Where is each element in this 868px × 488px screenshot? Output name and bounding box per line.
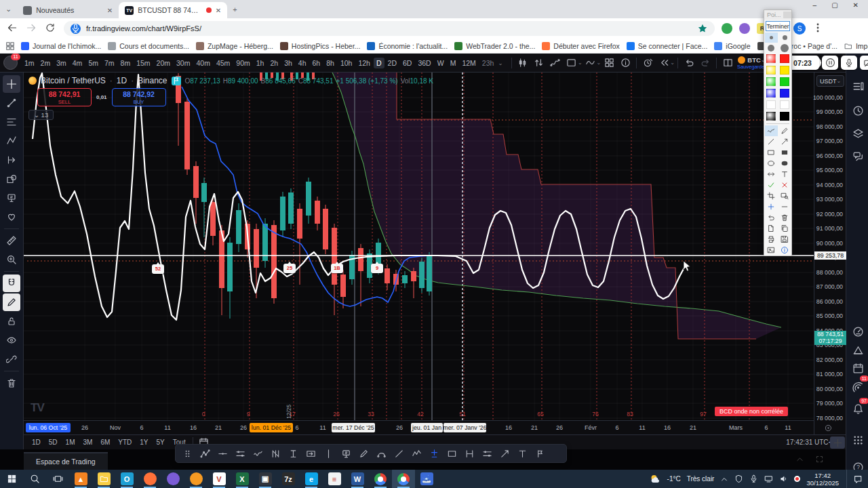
sell-button[interactable]: 88 742,91SELL — [37, 88, 92, 106]
bookmark-item[interactable]: Économie : l'actualit... — [363, 41, 451, 52]
pen-size-option[interactable] — [765, 33, 778, 43]
chat-icon[interactable] — [850, 148, 866, 164]
emoji-tool-icon[interactable] — [3, 208, 20, 226]
range-1Y[interactable]: 1Y — [136, 437, 152, 447]
bookmark-item[interactable]: Cours et documents... — [104, 41, 193, 52]
price-label-tool-icon[interactable] — [337, 445, 355, 462]
timeframe-3h[interactable]: 3h — [281, 58, 295, 68]
timeframe-6h[interactable]: 6h — [310, 58, 323, 68]
color-swatch-soft[interactable] — [766, 89, 776, 98]
cross-line-tool-icon[interactable] — [425, 445, 443, 462]
timeframe-W[interactable]: W — [435, 58, 447, 68]
tray-clock[interactable]: 17:4230/12/2025 — [806, 472, 839, 487]
color-swatch[interactable] — [780, 112, 789, 121]
interval-label[interactable]: 1D — [117, 76, 127, 85]
notes-app-icon[interactable]: ≡ — [323, 470, 346, 488]
prediction-tool-icon[interactable] — [3, 151, 20, 169]
drag-handle-icon[interactable] — [178, 445, 196, 462]
browser-menu-icon[interactable] — [812, 22, 825, 35]
notifications-icon[interactable]: 97 — [850, 401, 866, 417]
fib-tool-icon[interactable] — [3, 113, 20, 131]
bookmark-item[interactable]: Débuter avec Firefox — [538, 41, 623, 52]
clear-icon[interactable] — [778, 212, 791, 223]
pen-size-option[interactable] — [765, 43, 778, 53]
flag-icon[interactable] — [172, 77, 181, 85]
pattern-tool-icon[interactable] — [3, 132, 20, 150]
split-layout-icon[interactable] — [719, 56, 736, 70]
workspace-tab[interactable]: Espace de Trading — [24, 452, 108, 470]
range-1M[interactable]: 1M — [62, 437, 79, 447]
more-apps-icon[interactable] — [850, 432, 866, 448]
timeframe-2m[interactable]: 2m — [38, 58, 54, 68]
bookmark-item[interactable]: ZupMage - Héberg... — [193, 41, 277, 52]
expand-panel-icon[interactable] — [815, 455, 824, 464]
timeframe-1h[interactable]: 1h — [254, 58, 267, 68]
capture-app-icon[interactable]: ▣ — [254, 470, 277, 488]
buy-button[interactable]: 88 742,92BUY — [112, 88, 166, 106]
chrome-active-icon[interactable] — [392, 470, 415, 488]
bookmark-item[interactable]: HostingPics - Heber... — [277, 41, 364, 52]
close-tab-icon[interactable]: ✕ — [107, 7, 113, 14]
fib-wave-tool-icon[interactable] — [249, 445, 267, 462]
tray-record-icon[interactable] — [794, 476, 800, 482]
weather-temp[interactable]: -1°C — [667, 475, 681, 483]
trendline-tool-icon[interactable] — [3, 94, 20, 112]
palette-done-button[interactable]: Terminer — [766, 21, 790, 31]
reload-icon[interactable] — [45, 22, 57, 35]
screener-icon[interactable] — [850, 323, 866, 340]
color-swatch-soft[interactable] — [766, 112, 776, 121]
ideas-icon[interactable] — [850, 342, 866, 358]
filled-ellipse-tool-icon[interactable] — [778, 158, 791, 169]
timeframe-4h[interactable]: 4h — [296, 58, 309, 68]
tab-nouveautes[interactable]: Nouveautés ✕ — [17, 2, 119, 18]
bookmark-item[interactable]: Journal de l'Ichimok... — [18, 41, 104, 52]
timeframe-2D[interactable]: 2D — [385, 58, 399, 68]
fib-timezone-tool-icon[interactable] — [267, 445, 284, 462]
color-swatch[interactable] — [780, 89, 789, 98]
bookmark-item[interactable]: Se connecter | Face... — [623, 41, 711, 52]
check-tool-icon[interactable] — [765, 180, 778, 190]
chart-canvas[interactable]: Bitcoin / TetherUS · 1D · Binance O87 23… — [24, 73, 814, 420]
stay-in-drawing-mode-icon[interactable] — [3, 293, 20, 311]
palette-header[interactable]: Poi... — [764, 10, 791, 20]
new-tab-button[interactable]: + — [227, 5, 242, 14]
polyline-tool-icon[interactable] — [196, 445, 214, 462]
axis-adjust-button[interactable] — [830, 436, 845, 449]
remove-drawings-icon[interactable] — [3, 374, 20, 392]
range-1D[interactable]: 1D — [28, 437, 45, 447]
text-tool-icon[interactable] — [778, 169, 791, 180]
timeframe-12M[interactable]: 12M — [459, 58, 478, 68]
media-app-icon[interactable] — [161, 470, 184, 488]
color-swatch[interactable] — [780, 66, 789, 75]
new-page-icon[interactable] — [765, 223, 778, 234]
price-axis[interactable]: USDT⌄ 100 000,0099 000,0098 000,0097 000… — [814, 73, 846, 434]
timeframe-40m[interactable]: 40m — [193, 58, 212, 68]
color-swatch-soft[interactable] — [766, 77, 776, 86]
freehand-tool-icon[interactable] — [765, 125, 778, 136]
timeframe-20m[interactable]: 20m — [154, 58, 173, 68]
tab-search-chevron-icon[interactable]: ⌄ — [0, 5, 17, 14]
timeframe-90m[interactable]: 90m — [233, 58, 252, 68]
print-icon[interactable] — [765, 234, 778, 245]
bookmark-item[interactable]: WebTrader 2.0 - the... — [451, 41, 538, 52]
tray-speaker-icon[interactable] — [779, 474, 788, 483]
maximize-button[interactable]: ▢ — [831, 1, 837, 9]
firefox-icon[interactable] — [138, 470, 161, 488]
timeframe-15m[interactable]: 15m — [134, 58, 153, 68]
calendar-icon[interactable] — [850, 360, 866, 376]
weather-desc[interactable]: Très clair — [687, 475, 715, 483]
recorder-pause-button[interactable] — [822, 56, 838, 70]
file-explorer-icon[interactable] — [92, 470, 115, 488]
zoom-in-tool-icon[interactable] — [765, 201, 778, 212]
undo-icon[interactable] — [681, 56, 697, 70]
notification-center-icon[interactable] — [853, 474, 863, 484]
timeframe-8m[interactable]: 8m — [118, 58, 134, 68]
bookmark-item[interactable]: iGoogle — [711, 41, 753, 52]
pen-size-option[interactable] — [778, 43, 791, 53]
object-tree-icon[interactable] — [850, 125, 866, 142]
wave-count-tag[interactable]: 25 — [283, 264, 296, 273]
wave-count-tag[interactable]: 1B — [331, 264, 343, 273]
line-tool-icon[interactable] — [765, 136, 778, 147]
disjoint-channel-tool-icon[interactable] — [478, 445, 496, 462]
time-axis[interactable]: 26Nov61116212661126162126Févr6111621Mars… — [24, 420, 814, 434]
